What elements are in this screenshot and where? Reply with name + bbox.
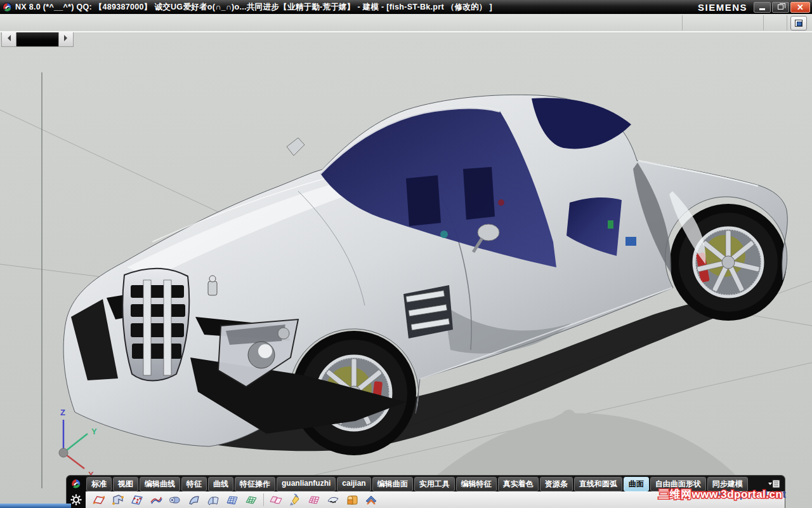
strip-separator bbox=[763, 15, 764, 30]
toolbar-tabs: 标准视图编辑曲线特征曲线特征操作guanlianfuzhicaijian编辑曲面… bbox=[86, 476, 764, 492]
triad-y-label: Y bbox=[91, 427, 97, 436]
minimize-icon bbox=[759, 8, 765, 10]
ghost-car-silhouette bbox=[436, 410, 736, 476]
toolbar-tab-row: 标准视图编辑曲线特征曲线特征操作guanlianfuzhicaijian编辑曲面… bbox=[67, 476, 785, 491]
styled-sweep-icon[interactable] bbox=[304, 492, 324, 507]
nx-app-icon bbox=[2, 2, 13, 13]
tab-curve[interactable]: 曲线 bbox=[208, 477, 233, 491]
tab-guanlianfuzhi[interactable]: guanlianfuzhi bbox=[277, 477, 336, 491]
tab-standard[interactable]: 标准 bbox=[86, 477, 112, 491]
tab-synchronous-modeling[interactable]: 同步建模 bbox=[707, 477, 748, 491]
surface-through-points-icon[interactable] bbox=[128, 492, 147, 507]
swept-icon[interactable] bbox=[108, 492, 128, 507]
toolbar-options-button[interactable] bbox=[764, 477, 783, 491]
extruded-surface-icon[interactable] bbox=[185, 492, 204, 507]
tab-line-arc[interactable]: 直线和圆弧 bbox=[574, 477, 622, 491]
restore-document-icon bbox=[795, 20, 802, 27]
tube-icon[interactable] bbox=[166, 492, 185, 507]
close-button[interactable]: ✕ bbox=[790, 2, 810, 13]
surface-from-poles-icon[interactable] bbox=[324, 492, 343, 507]
taskbar-edge-strip bbox=[0, 504, 71, 508]
window-title: NX 8.0 (*^__^*) QQ: 【489387000】 诚交UG爱好者o… bbox=[15, 2, 698, 13]
tab-view[interactable]: 视图 bbox=[113, 477, 138, 491]
menu-strip bbox=[0, 14, 812, 32]
bounded-plane-icon[interactable] bbox=[242, 492, 261, 507]
expand-surface-icon[interactable] bbox=[362, 492, 381, 507]
tab-edit-curve[interactable]: 编辑曲线 bbox=[140, 477, 180, 491]
scroll-left-arrow-icon bbox=[4, 35, 11, 41]
tab-edit-feature[interactable]: 编辑特征 bbox=[456, 477, 497, 491]
tab-resource-bar[interactable]: 资源条 bbox=[540, 477, 573, 491]
through-curves-icon[interactable] bbox=[204, 492, 223, 507]
strip-separator bbox=[682, 15, 683, 30]
tab-true-shading[interactable]: 真实着色 bbox=[498, 477, 539, 491]
minimize-button[interactable] bbox=[754, 2, 771, 13]
fender-vents bbox=[403, 285, 453, 338]
scroll-right-arrow-icon bbox=[64, 35, 70, 41]
car-model-scene: Z Y X bbox=[0, 32, 812, 508]
studio-surface-icon[interactable] bbox=[266, 492, 285, 507]
graphics-viewport[interactable]: Z Y X bbox=[0, 32, 812, 508]
toolbar-icon-row bbox=[67, 491, 785, 508]
tab-feature-operation[interactable]: 特征操作 bbox=[235, 477, 275, 491]
offset-surface-icon[interactable] bbox=[343, 492, 362, 507]
strip-separator bbox=[787, 15, 787, 30]
toolbar-options-icon bbox=[768, 479, 780, 488]
nx-logo-icon bbox=[70, 478, 82, 490]
tab-utility[interactable]: 实用工具 bbox=[414, 477, 455, 491]
tab-caijian[interactable]: caijian bbox=[337, 477, 370, 491]
triad-z-label: Z bbox=[60, 408, 65, 417]
document-restore-button[interactable] bbox=[790, 16, 807, 30]
art-surface-brush-icon[interactable] bbox=[285, 492, 304, 507]
bottom-toolbar-dock: 标准视图编辑曲线特征曲线特征操作guanlianfuzhicaijian编辑曲面… bbox=[66, 475, 785, 508]
toolbar-separator bbox=[263, 493, 264, 506]
four-point-surface-icon[interactable] bbox=[89, 492, 108, 507]
through-curve-mesh-icon[interactable] bbox=[223, 492, 242, 507]
section-surface-icon[interactable] bbox=[147, 492, 166, 507]
title-bar: NX 8.0 (*^__^*) QQ: 【489387000】 诚交UG爱好者o… bbox=[0, 0, 812, 14]
front-grille bbox=[122, 269, 189, 381]
gear-icon bbox=[70, 494, 82, 505]
restore-button[interactable] bbox=[772, 2, 789, 13]
tab-surface[interactable]: 曲面 bbox=[624, 477, 649, 491]
siemens-logo: SIEMENS bbox=[698, 2, 747, 13]
restore-down-icon bbox=[778, 4, 783, 10]
tab-feature[interactable]: 特征 bbox=[181, 477, 207, 491]
close-icon: ✕ bbox=[797, 3, 804, 11]
nx-menu-button[interactable] bbox=[67, 476, 86, 491]
tab-freeform-shape[interactable]: 自由曲面形状 bbox=[650, 477, 706, 491]
tab-edit-surface[interactable]: 编辑曲面 bbox=[372, 477, 413, 491]
surface-toolbar bbox=[86, 491, 785, 508]
hood-ornament bbox=[208, 276, 217, 295]
